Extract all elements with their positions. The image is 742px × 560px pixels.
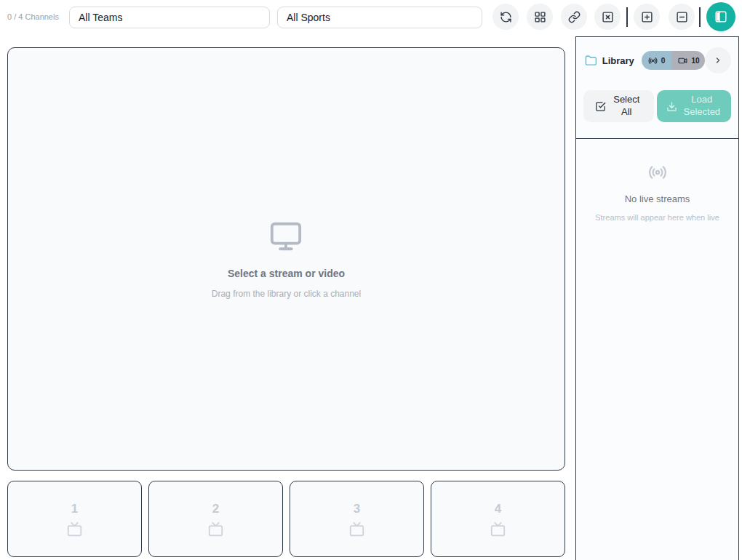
channel-slot-4[interactable]: 4 xyxy=(431,481,565,557)
square-x-icon xyxy=(602,11,614,23)
refresh-icon xyxy=(500,11,512,23)
panel-left-icon xyxy=(714,10,727,23)
broadcast-icon xyxy=(648,163,667,182)
clear-all-button[interactable] xyxy=(594,4,621,30)
select-all-button[interactable]: Select All xyxy=(583,90,654,122)
sports-select-value: All Sports xyxy=(287,12,330,23)
toolbar: 0 / 4 Channels All Teams All Sports xyxy=(0,0,742,35)
grid-layout-button[interactable] xyxy=(527,4,553,30)
add-channel-button[interactable] xyxy=(634,4,660,30)
viewer-empty-title: Select a stream or video xyxy=(212,268,361,279)
toolbar-divider xyxy=(699,7,701,27)
square-plus-icon xyxy=(641,11,653,23)
check-square-icon xyxy=(595,101,606,112)
channel-slot-1[interactable]: 1 xyxy=(7,481,142,557)
video-count-badge[interactable]: 10 xyxy=(671,51,705,70)
sports-select[interactable]: All Sports xyxy=(277,7,482,28)
select-all-label: Select All xyxy=(611,94,642,119)
streams-empty-subtitle: Streams will appear here when live xyxy=(576,213,738,222)
chevron-right-icon xyxy=(714,56,722,65)
live-count-badge[interactable]: 0 xyxy=(642,51,672,70)
tv-icon xyxy=(208,521,223,537)
channels-row: 1 2 3 4 xyxy=(7,481,565,557)
channel-number: 2 xyxy=(212,502,219,516)
library-header: Library 0 10 xyxy=(576,37,738,139)
streams-empty-state: No live streams Streams will appear here… xyxy=(576,163,738,222)
teams-select-value: All Teams xyxy=(79,12,122,23)
viewer-empty-state: Select a stream or video Drag from the l… xyxy=(212,220,361,299)
folder-icon xyxy=(585,55,597,67)
stream-viewer-panel[interactable]: Select a stream or video Drag from the l… xyxy=(7,47,565,471)
tv-icon xyxy=(67,521,82,537)
channel-slot-3[interactable]: 3 xyxy=(290,481,424,557)
streams-empty-title: No live streams xyxy=(576,193,738,204)
toolbar-divider xyxy=(626,7,628,27)
refresh-button[interactable] xyxy=(492,4,519,30)
video-count: 10 xyxy=(691,57,699,65)
channel-number: 3 xyxy=(354,502,360,516)
library-count-pill: 0 10 xyxy=(642,51,706,70)
collapse-sidebar-button[interactable] xyxy=(705,47,731,73)
live-count: 0 xyxy=(661,57,666,65)
tv-icon xyxy=(349,521,364,537)
video-camera-icon xyxy=(678,56,687,65)
channel-number: 4 xyxy=(495,502,501,516)
viewer-empty-subtitle: Drag from the library or click a channel xyxy=(212,289,361,299)
channel-slot-2[interactable]: 2 xyxy=(148,481,283,557)
remove-channel-button[interactable] xyxy=(669,4,695,30)
tv-icon xyxy=(490,521,506,537)
load-selected-button[interactable]: Load Selected xyxy=(657,90,731,122)
radio-icon xyxy=(648,56,658,65)
load-selected-label: Load Selected xyxy=(682,94,722,119)
grid-layout-icon xyxy=(534,11,546,23)
link-icon xyxy=(568,11,581,23)
square-minus-icon xyxy=(676,11,688,23)
teams-select[interactable]: All Teams xyxy=(69,7,270,28)
monitor-icon xyxy=(269,220,303,253)
toggle-sidebar-button[interactable] xyxy=(706,2,735,31)
library-sidebar: Library 0 10 xyxy=(575,36,739,560)
channel-number: 1 xyxy=(71,502,78,516)
link-button[interactable] xyxy=(561,4,587,30)
channels-count-label: 0 / 4 Channels xyxy=(7,12,59,21)
download-icon xyxy=(666,101,677,112)
library-label: Library xyxy=(602,55,634,66)
